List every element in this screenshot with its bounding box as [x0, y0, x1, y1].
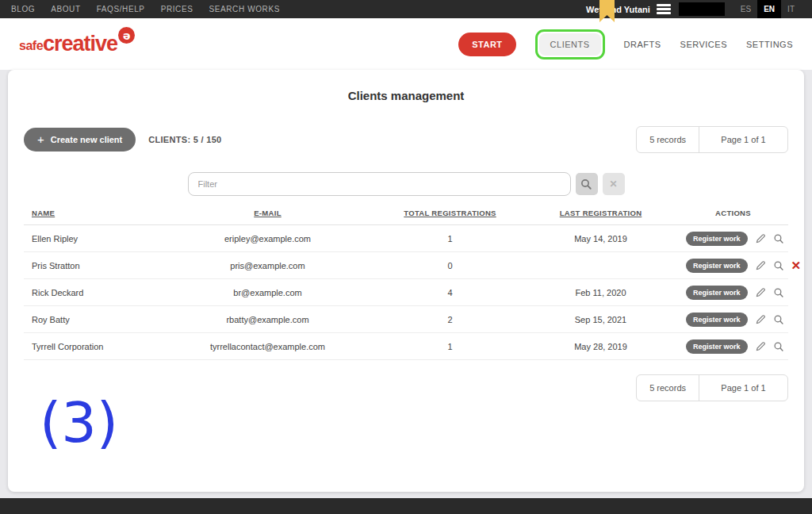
clients-table: NAME E-MAIL TOTAL REGISTRATIONS LAST REG…: [24, 209, 788, 360]
register-work-button[interactable]: Register work: [686, 313, 748, 327]
header-actions: ACTIONS: [686, 209, 780, 217]
client-actions: Register work: [686, 313, 784, 327]
header-total-registrations[interactable]: TOTAL REGISTRATIONS: [385, 209, 515, 217]
delete-icon[interactable]: ✕: [791, 259, 802, 271]
clients-management-panel: Clients management + Create new client C…: [8, 70, 804, 492]
view-client-icon[interactable]: [773, 233, 784, 244]
client-last-registration: Feb 11, 2020: [515, 288, 686, 297]
view-client-icon[interactable]: [773, 341, 784, 352]
edit-icon[interactable]: [755, 341, 766, 352]
clients-count-label: CLIENTS: 5 / 150: [148, 135, 221, 144]
client-name: Tyrrell Corporation: [32, 342, 151, 351]
client-email: br@example.com: [151, 288, 385, 297]
client-email: pris@example.com: [151, 261, 385, 270]
records-count: 5 records: [637, 127, 699, 152]
edit-icon[interactable]: [755, 314, 766, 325]
pagination-bottom-row: 5 records Page 1 of 1: [24, 374, 788, 401]
register-work-button[interactable]: Register work: [686, 339, 748, 354]
client-total-registrations: 1: [385, 342, 515, 351]
top-utility-bar: BLOG ABOUT FAQS/HELP PRICES SEARCH WORKS…: [0, 0, 812, 18]
language-it[interactable]: IT: [781, 0, 801, 18]
client-total-registrations: 2: [385, 315, 515, 324]
client-actions: Register work: [686, 232, 784, 246]
topbar-link-search-works[interactable]: SEARCH WORKS: [209, 5, 279, 13]
controls-row: + Create new client CLIENTS: 5 / 150 5 r…: [24, 126, 788, 153]
start-button[interactable]: START: [458, 33, 515, 56]
filter-input[interactable]: [188, 172, 571, 196]
create-new-client-label: Create new client: [51, 135, 122, 144]
client-actions: Register work ✕: [686, 259, 801, 273]
language-es[interactable]: ES: [734, 0, 757, 18]
client-actions: Register work: [686, 339, 784, 354]
client-name: Rick Deckard: [32, 288, 151, 297]
header-email[interactable]: E-MAIL: [151, 209, 385, 217]
client-total-registrations: 1: [385, 234, 515, 244]
hamburger-menu-icon[interactable]: [657, 4, 671, 14]
view-client-icon[interactable]: [773, 287, 784, 298]
topbar-link-prices[interactable]: PRICES: [161, 5, 193, 13]
edit-icon[interactable]: [755, 233, 766, 244]
edit-icon[interactable]: [755, 287, 766, 298]
pagination-bottom: 5 records Page 1 of 1: [636, 374, 788, 401]
logo-text-safe: safe: [19, 40, 43, 55]
table-row: Ellen Ripley eripley@example.com 1 May 1…: [24, 225, 788, 252]
plus-icon: +: [37, 136, 44, 144]
filter-search-button[interactable]: [576, 173, 598, 195]
register-work-button[interactable]: Register work: [686, 286, 748, 300]
view-client-icon[interactable]: [773, 260, 784, 271]
client-name: Pris Stratton: [32, 261, 151, 270]
client-name: Roy Batty: [32, 315, 151, 324]
tab-drafts[interactable]: DRAFTS: [624, 40, 661, 49]
client-total-registrations: 4: [385, 288, 515, 297]
create-new-client-button[interactable]: + Create new client: [24, 128, 136, 152]
search-icon: [580, 178, 592, 190]
language-en[interactable]: EN: [757, 0, 781, 18]
client-email: rbatty@example.com: [151, 315, 385, 324]
page-title: Clients management: [24, 70, 788, 102]
topbar-link-about[interactable]: ABOUT: [51, 5, 80, 13]
table-row: Pris Stratton pris@example.com 0 Registe…: [24, 252, 788, 279]
main-nav: START CLIENTS DRAFTS SERVICES SETTINGS: [458, 29, 793, 59]
header-last-registration[interactable]: LAST REGISTRATION: [515, 209, 686, 217]
table-row: Tyrrell Corporation tyrrellacontact@exam…: [24, 333, 788, 360]
user-name[interactable]: Weyland Yutani: [586, 5, 650, 14]
table-row: Rick Deckard br@example.com 4 Feb 11, 20…: [24, 279, 788, 306]
safecreative-logo[interactable]: safecreativeǝ: [19, 33, 135, 55]
client-last-registration: Sep 15, 2021: [515, 315, 686, 324]
client-last-registration: May 14, 2019: [515, 234, 686, 244]
client-total-registrations: 0: [385, 261, 515, 270]
pagination-top: 5 records Page 1 of 1: [636, 126, 788, 153]
client-email: eripley@example.com: [151, 234, 385, 244]
annotation-green-box: CLIENTS: [535, 29, 605, 59]
client-name: Ellen Ripley: [32, 234, 151, 244]
records-count: 5 records: [637, 375, 699, 401]
annotation-step-number: (3): [40, 390, 118, 455]
client-actions: Register work: [686, 286, 784, 300]
page-indicator[interactable]: Page 1 of 1: [699, 375, 787, 401]
header-name[interactable]: NAME: [32, 209, 151, 217]
page-indicator[interactable]: Page 1 of 1: [699, 127, 787, 152]
logo-mark-icon: ǝ: [118, 27, 135, 44]
view-client-icon[interactable]: [773, 314, 784, 325]
client-email: tyrrellacontact@example.com: [151, 342, 385, 351]
tab-clients[interactable]: CLIENTS: [539, 33, 601, 56]
register-work-button[interactable]: Register work: [686, 232, 748, 246]
tab-services[interactable]: SERVICES: [680, 40, 727, 49]
tab-settings[interactable]: SETTINGS: [746, 40, 793, 49]
filter-row: ✕: [24, 172, 788, 196]
redacted-box: [679, 2, 725, 16]
client-last-registration: May 28, 2019: [515, 342, 686, 351]
site-header: safecreativeǝ START CLIENTS DRAFTS SERVI…: [0, 18, 812, 70]
topbar-link-faqs-help[interactable]: FAQS/HELP: [97, 5, 145, 13]
logo-text-creative: creative: [43, 33, 117, 55]
table-row: Roy Batty rbatty@example.com 2 Sep 15, 2…: [24, 306, 788, 333]
table-header-row: NAME E-MAIL TOTAL REGISTRATIONS LAST REG…: [24, 209, 788, 225]
topbar-link-blog[interactable]: BLOG: [11, 5, 35, 13]
edit-icon[interactable]: [755, 260, 766, 271]
footer-bar: [0, 498, 812, 514]
filter-clear-button[interactable]: ✕: [603, 173, 625, 195]
register-work-button[interactable]: Register work: [686, 259, 748, 273]
